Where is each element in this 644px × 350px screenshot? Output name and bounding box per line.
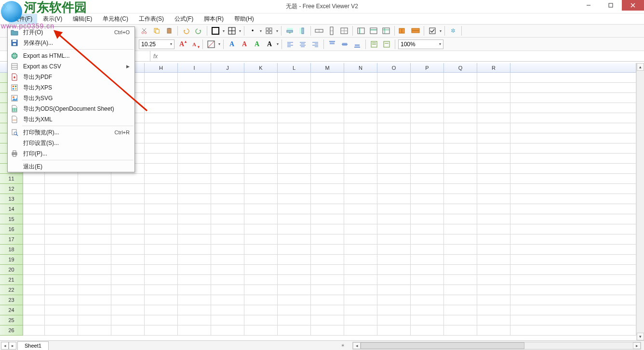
minimize-button[interactable]	[577, 0, 600, 11]
align-left-icon[interactable]	[285, 39, 295, 50]
cell[interactable]	[211, 234, 244, 245]
cell[interactable]	[411, 315, 444, 325]
cell[interactable]	[244, 174, 278, 184]
cell[interactable]	[145, 265, 178, 275]
cell[interactable]	[178, 214, 211, 224]
menu-export-ods[interactable]: 导出为ODS(OpenDocument Sheet)	[8, 104, 134, 114]
cell[interactable]	[244, 184, 278, 194]
cut-icon[interactable]	[139, 26, 149, 36]
menu-view[interactable]: 表示(V)	[38, 14, 67, 24]
merge-v-icon[interactable]	[326, 26, 337, 36]
align-right-icon[interactable]	[310, 39, 321, 50]
grid3a-icon[interactable]	[398, 26, 408, 36]
cell[interactable]	[477, 255, 510, 265]
cell[interactable]	[178, 245, 211, 255]
cell[interactable]	[377, 305, 411, 315]
cell[interactable]	[211, 174, 244, 184]
cell[interactable]	[211, 194, 244, 204]
hscroll-thumb[interactable]	[361, 342, 524, 349]
row-header-19[interactable]: 19	[0, 255, 23, 265]
cell[interactable]	[477, 265, 510, 275]
cell[interactable]	[477, 214, 510, 224]
cell[interactable]	[311, 275, 344, 285]
sheet-tab-1[interactable]: Sheet1	[17, 341, 49, 350]
cell[interactable]	[311, 194, 344, 204]
col-header-R[interactable]: R	[477, 63, 510, 73]
cell[interactable]	[411, 234, 444, 245]
cell[interactable]	[145, 325, 178, 336]
cell[interactable]	[244, 285, 278, 295]
cell[interactable]	[111, 184, 145, 194]
cell[interactable]	[178, 234, 211, 245]
split-marker-icon[interactable]: ✶	[336, 343, 349, 348]
cell[interactable]	[411, 255, 444, 265]
cell[interactable]	[211, 184, 244, 194]
merge-cells-icon[interactable]	[339, 26, 349, 36]
cell[interactable]	[377, 184, 411, 194]
cell[interactable]	[145, 295, 178, 305]
cell[interactable]	[23, 194, 45, 204]
cell[interactable]	[244, 265, 278, 275]
cell[interactable]	[344, 325, 377, 336]
merge-h-icon[interactable]	[314, 26, 324, 36]
cell[interactable]	[444, 305, 477, 315]
cell[interactable]	[377, 245, 411, 255]
cell[interactable]	[178, 275, 211, 285]
cell[interactable]	[111, 234, 145, 245]
cell[interactable]	[23, 285, 45, 295]
cell[interactable]	[211, 295, 244, 305]
cell[interactable]	[45, 204, 78, 214]
cell[interactable]	[78, 174, 111, 184]
cell[interactable]	[244, 234, 278, 245]
cell[interactable]	[411, 194, 444, 204]
menu-export-pdf[interactable]: 导出为PDF	[8, 72, 134, 82]
cell[interactable]	[477, 164, 510, 174]
maximize-button[interactable]	[600, 0, 622, 11]
insert-col-icon[interactable]	[297, 26, 308, 36]
cell[interactable]	[278, 214, 311, 224]
cell[interactable]	[477, 305, 510, 315]
cell[interactable]	[411, 214, 444, 224]
cell[interactable]	[344, 275, 377, 285]
cell[interactable]	[145, 204, 178, 214]
cell[interactable]	[78, 305, 111, 315]
cell[interactable]	[477, 275, 510, 285]
fill-none-icon[interactable]	[206, 39, 216, 50]
menu-export-csv[interactable]: Export as CSV ▶	[8, 61, 134, 72]
cell[interactable]	[377, 295, 411, 305]
cell[interactable]	[211, 315, 244, 325]
cell[interactable]	[477, 315, 510, 325]
cell[interactable]	[311, 224, 344, 234]
menu-open[interactable]: 打开(O) Ctrl+O	[8, 27, 134, 38]
cell[interactable]	[145, 234, 178, 245]
font-size-combo[interactable]: 10.25▾	[139, 39, 174, 49]
snowflake-icon[interactable]: ✲	[448, 26, 458, 36]
menu-script[interactable]: 脚本(R)	[199, 14, 228, 24]
cell[interactable]	[344, 295, 377, 305]
cell[interactable]	[211, 325, 244, 336]
cell[interactable]	[344, 174, 377, 184]
cell[interactable]	[145, 315, 178, 325]
cell[interactable]	[377, 275, 411, 285]
cell[interactable]	[244, 204, 278, 214]
cell[interactable]	[45, 285, 78, 295]
col-header-J[interactable]: J	[211, 63, 244, 73]
cell[interactable]	[78, 234, 111, 245]
cell[interactable]	[311, 174, 344, 184]
cell[interactable]	[444, 224, 477, 234]
col-header-I[interactable]: I	[178, 63, 211, 73]
cell[interactable]	[377, 164, 411, 174]
cell[interactable]	[178, 265, 211, 275]
cell[interactable]	[344, 285, 377, 295]
cell[interactable]	[344, 255, 377, 265]
menu-export-html[interactable]: Export as HTML...	[8, 51, 134, 61]
cell[interactable]	[45, 275, 78, 285]
cell[interactable]	[344, 305, 377, 315]
cell[interactable]	[278, 204, 311, 214]
cell[interactable]	[111, 275, 145, 285]
cell[interactable]	[244, 275, 278, 285]
cell[interactable]	[377, 255, 411, 265]
col-header-H[interactable]: H	[145, 63, 178, 73]
menu-print[interactable]: 打印(P)...	[8, 148, 134, 159]
cell[interactable]	[444, 275, 477, 285]
